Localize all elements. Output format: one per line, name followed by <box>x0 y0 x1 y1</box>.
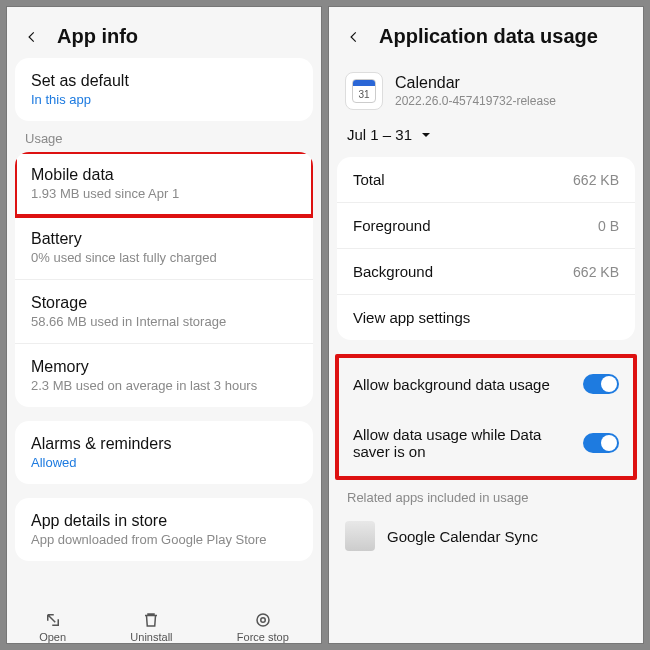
set-default-sub: In this app <box>31 92 297 107</box>
force-stop-button[interactable]: Force stop <box>237 611 289 643</box>
total-value: 662 KB <box>573 172 619 188</box>
storage-title: Storage <box>31 294 297 312</box>
usage-section-label: Usage <box>7 121 321 152</box>
uninstall-button[interactable]: Uninstall <box>130 611 172 643</box>
app-info-screen: App info Set as default In this app Usag… <box>6 6 322 644</box>
data-usage-screen: Application data usage 31 Calendar 2022.… <box>328 6 644 644</box>
storage-item[interactable]: Storage 58.66 MB used in Internal storag… <box>15 280 313 344</box>
battery-title: Battery <box>31 230 297 248</box>
toggle-highlight: Allow background data usage Allow data u… <box>335 354 637 480</box>
uninstall-label: Uninstall <box>130 631 172 643</box>
usage-stats-card: Total 662 KB Foreground 0 B Background 6… <box>337 157 635 340</box>
mobile-data-title: Mobile data <box>31 166 297 184</box>
svg-point-1 <box>261 618 266 623</box>
allow-datasaver-toggle[interactable] <box>583 433 619 453</box>
date-range-selector[interactable]: Jul 1 – 31 <box>329 120 643 157</box>
open-button[interactable]: Open <box>39 611 66 643</box>
set-default-title: Set as default <box>31 72 297 90</box>
usage-card: Mobile data 1.93 MB used since Apr 1 Bat… <box>15 152 313 407</box>
foreground-label: Foreground <box>353 217 431 234</box>
svg-point-0 <box>257 614 269 626</box>
app-header: 31 Calendar 2022.26.0-457419732-release <box>329 58 643 120</box>
app-name: Calendar <box>395 74 556 92</box>
page-title: Application data usage <box>379 25 598 48</box>
set-default-card[interactable]: Set as default In this app <box>15 58 313 121</box>
memory-title: Memory <box>31 358 297 376</box>
force-stop-icon <box>254 611 272 629</box>
background-label: Background <box>353 263 433 280</box>
bottom-dock: Open Uninstall Force stop <box>7 603 321 643</box>
related-app-name: Google Calendar Sync <box>387 528 538 545</box>
memory-sub: 2.3 MB used on average in last 3 hours <box>31 378 297 393</box>
storage-sub: 58.66 MB used in Internal storage <box>31 314 297 329</box>
battery-item[interactable]: Battery 0% used since last fully charged <box>15 216 313 280</box>
related-app-row[interactable]: Google Calendar Sync <box>329 511 643 561</box>
view-app-settings-label: View app settings <box>353 309 470 326</box>
allow-datasaver-toggle-row: Allow data usage while Data saver is on <box>339 410 633 476</box>
alarms-title: Alarms & reminders <box>31 435 297 453</box>
force-stop-label: Force stop <box>237 631 289 643</box>
battery-sub: 0% used since last fully charged <box>31 250 297 265</box>
allow-background-label: Allow background data usage <box>353 376 550 393</box>
back-button[interactable] <box>21 26 43 48</box>
chevron-left-icon <box>347 30 361 44</box>
total-row: Total 662 KB <box>337 157 635 203</box>
header: App info <box>7 7 321 58</box>
memory-item[interactable]: Memory 2.3 MB used on average in last 3 … <box>15 344 313 407</box>
view-app-settings[interactable]: View app settings <box>337 295 635 340</box>
allow-background-toggle-row: Allow background data usage <box>339 358 633 410</box>
background-value: 662 KB <box>573 264 619 280</box>
header: Application data usage <box>329 7 643 58</box>
app-details-sub: App downloaded from Google Play Store <box>31 532 297 547</box>
date-range-label: Jul 1 – 31 <box>347 126 412 143</box>
app-details-card[interactable]: App details in store App downloaded from… <box>15 498 313 561</box>
allow-datasaver-label: Allow data usage while Data saver is on <box>353 426 553 460</box>
back-button[interactable] <box>343 26 365 48</box>
alarms-sub: Allowed <box>31 455 297 470</box>
calendar-app-icon: 31 <box>345 72 383 110</box>
chevron-left-icon <box>25 30 39 44</box>
open-icon <box>44 611 62 629</box>
app-version: 2022.26.0-457419732-release <box>395 94 556 108</box>
mobile-data-item[interactable]: Mobile data 1.93 MB used since Apr 1 <box>15 152 313 216</box>
app-details-title: App details in store <box>31 512 297 530</box>
background-row: Background 662 KB <box>337 249 635 295</box>
sync-app-icon <box>345 521 375 551</box>
caret-down-icon <box>420 129 432 141</box>
foreground-row: Foreground 0 B <box>337 203 635 249</box>
mobile-data-sub: 1.93 MB used since Apr 1 <box>31 186 297 201</box>
total-label: Total <box>353 171 385 188</box>
trash-icon <box>142 611 160 629</box>
alarms-card[interactable]: Alarms & reminders Allowed <box>15 421 313 484</box>
open-label: Open <box>39 631 66 643</box>
allow-background-toggle[interactable] <box>583 374 619 394</box>
foreground-value: 0 B <box>598 218 619 234</box>
related-section-label: Related apps included in usage <box>329 480 643 511</box>
page-title: App info <box>57 25 138 48</box>
